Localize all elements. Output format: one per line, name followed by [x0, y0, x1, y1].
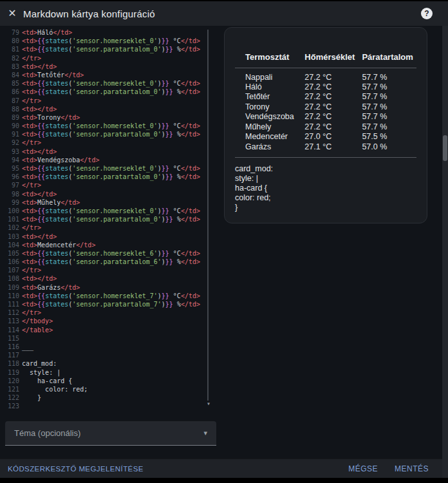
code-line: 98<td></td> — [5, 190, 216, 198]
code-text: <td>{{states('sensor.homerseklet_0')}} °… — [22, 79, 200, 88]
line-number: 83 — [5, 62, 19, 71]
preview-code-block: card_mod:style: |ha-card {color: red;} — [235, 164, 416, 213]
code-line: 93<td></td> — [5, 147, 216, 156]
line-number: 93 — [5, 147, 19, 156]
preview-cell: Torony — [235, 102, 302, 112]
cancel-button[interactable]: MÉGSE — [348, 464, 378, 473]
line-number: 108 — [5, 274, 19, 283]
code-text: <td>{{states('sensor.homerseklet_0')}} °… — [22, 122, 200, 130]
help-icon[interactable]: ? — [421, 8, 433, 19]
code-line: 116___ — [5, 343, 216, 351]
code-text: <td>{{states('sensor.paratartalom_0')}} … — [22, 215, 200, 223]
code-editor[interactable]: 79<td>Háló</td>80<td>{{states('sensor.ho… — [5, 28, 216, 411]
code-text: <td></td> — [22, 190, 57, 198]
theme-select-label: Téma (opcionális) — [14, 428, 80, 438]
code-text: <td>{{states('sensor.paratartalom_0')}} … — [22, 130, 200, 138]
code-line: 90<td>{{states('sensor.homerseklet_0')}}… — [5, 122, 216, 130]
code-line: 115 — [5, 334, 216, 343]
preview-table-row: Torony27.2 °C57.7 % — [235, 102, 416, 112]
preview-cell: Műhely — [235, 122, 302, 132]
show-code-editor-button[interactable]: KÓDSZERKESZTŐ MEGJELENÍTÉSE — [8, 465, 144, 473]
code-line: 83<td></td> — [5, 62, 216, 71]
code-text: </tr> — [22, 266, 41, 274]
code-line: 100<td>{{states('sensor.homerseklet_0')}… — [5, 207, 216, 215]
line-number: 118 — [5, 359, 19, 368]
dialog-header: ✕ Markdown kártya konfiguráció ? — [0, 1, 448, 26]
preview-cell: 27.2 °C — [302, 112, 362, 122]
code-text: <td></td> — [22, 274, 57, 283]
line-number: 85 — [5, 79, 19, 88]
preview-divider — [235, 157, 416, 158]
line-number: 91 — [5, 130, 19, 138]
dialog-footer: KÓDSZERKESZTŐ MEGJELENÍTÉSE MÉGSE MENTÉS — [0, 459, 448, 478]
line-number: 81 — [5, 45, 19, 53]
code-line: 123 — [5, 402, 216, 410]
code-text: <td>Garázs</td> — [22, 283, 80, 292]
line-number: 116 — [5, 343, 19, 351]
line-number: 82 — [5, 54, 19, 62]
preview-table-row: Garázs27.1 °C57.0 % — [235, 142, 416, 152]
line-number: 106 — [5, 258, 19, 266]
code-line: 103<td></td> — [5, 232, 216, 241]
code-line: 120 ha-card { — [5, 377, 216, 385]
line-number: 111 — [5, 300, 19, 308]
scroll-down-icon[interactable]: ▾ — [203, 399, 214, 408]
code-text: <td>{{states('sensor.paratartalom_6')}} … — [22, 258, 200, 266]
code-line: 112</tr> — [5, 308, 216, 317]
code-line: 113</tbody> — [5, 317, 216, 325]
code-text: </tbody> — [22, 317, 53, 325]
preview-column-header: Hőmérséklet — [302, 52, 362, 68]
code-line: 87</tr> — [5, 97, 216, 105]
window-scrollbar[interactable] — [442, 26, 448, 478]
line-number: 94 — [5, 156, 19, 164]
footer-actions: MÉGSE MENTÉS — [348, 464, 429, 473]
code-line: 122 } — [5, 393, 216, 402]
preview-code-line: style: | — [235, 174, 416, 184]
editor-scrollbar[interactable] — [207, 30, 209, 401]
save-button[interactable]: MENTÉS — [395, 464, 429, 473]
line-number: 96 — [5, 173, 19, 181]
preview-cell: 27.2 °C — [302, 82, 362, 92]
line-number: 104 — [5, 241, 19, 249]
code-line: 101<td>{{states('sensor.paratartalom_0')… — [5, 215, 216, 223]
code-text: <td></td> — [22, 105, 57, 113]
preview-cell: Vendégszoba — [235, 112, 302, 122]
code-line: 105<td>{{states('sensor.homerseklet_6')}… — [5, 249, 216, 258]
theme-select[interactable]: Téma (opcionális) ▾ — [5, 421, 216, 446]
code-line: 81<td>{{states('sensor.paratartalom_0')}… — [5, 45, 216, 53]
code-text: <td>Vendégszoba</td> — [22, 156, 99, 164]
line-number: 100 — [5, 207, 19, 215]
code-line: 104<td>Medencetér</td> — [5, 241, 216, 249]
preview-code-line: } — [235, 203, 416, 213]
preview-table-header-row: TermosztátHőmérsékletPáratartalom — [235, 52, 416, 68]
line-number: 97 — [5, 181, 19, 189]
code-line: 97</tr> — [5, 181, 216, 189]
preview-cell: 27.2 °C — [302, 68, 362, 82]
code-line: 109<td>Garázs</td> — [5, 283, 216, 292]
line-number: 114 — [5, 326, 19, 334]
window-scrollbar-thumb[interactable] — [443, 135, 447, 161]
line-number: 88 — [5, 105, 19, 113]
line-number: 89 — [5, 113, 19, 122]
line-number: 105 — [5, 249, 19, 258]
preview-table-row: Vendégszoba27.2 °C57.7 % — [235, 112, 416, 122]
code-text: <td>{{states('sensor.homerseklet_0')}} °… — [22, 37, 200, 45]
code-text: </tr> — [22, 223, 41, 232]
code-line: 121 color: red; — [5, 385, 216, 393]
line-number: 79 — [5, 28, 19, 37]
code-line: 102</tr> — [5, 223, 216, 232]
preview-cell: Garázs — [235, 142, 302, 152]
preview-table-row: Tetőtér27.2 °C57.7 % — [235, 92, 416, 102]
preview-cell: 27.2 °C — [302, 92, 362, 102]
line-number: 122 — [5, 393, 19, 402]
preview-table-row: Nappali27.2 °C57.7 % — [235, 68, 416, 82]
preview-code-line: card_mod: — [235, 164, 416, 174]
preview-cell: 57.7 % — [362, 112, 416, 122]
code-text: } — [22, 393, 41, 402]
code-text: <td>{{states('sensor.homerseklet_0')}} °… — [22, 207, 200, 215]
code-text: <td></td> — [22, 62, 57, 71]
code-line: 110<td>{{states('sensor.homerseklet_7')}… — [5, 292, 216, 300]
close-icon[interactable]: ✕ — [6, 6, 18, 21]
line-number: 101 — [5, 215, 19, 223]
preview-cell: 27.1 °C — [302, 142, 362, 152]
